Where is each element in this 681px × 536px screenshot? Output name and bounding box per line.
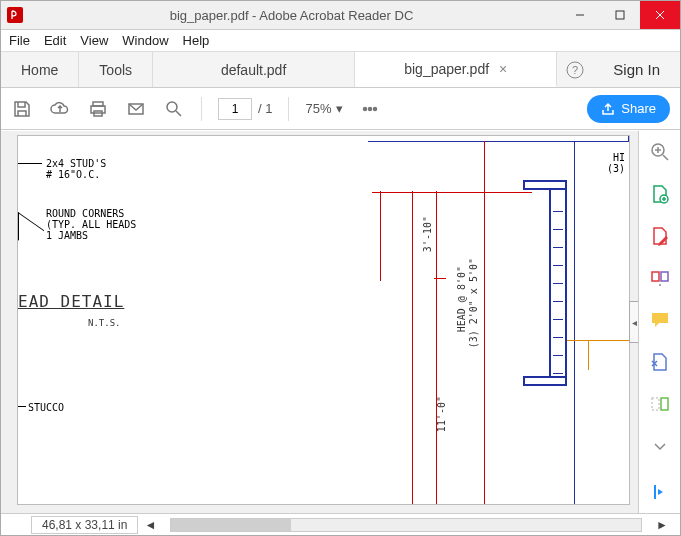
app-icon	[7, 7, 23, 23]
drawing-note-studs: 2x4 STUD'S # 16"O.C.	[46, 158, 106, 180]
window-title: big_paper.pdf - Adobe Acrobat Reader DC	[23, 8, 560, 23]
dim-text-1: 3'-10"	[422, 216, 433, 252]
drawing-note-stucco: STUCCO	[28, 402, 64, 413]
organize-icon[interactable]	[649, 351, 671, 373]
dim-text-2: HEAD @ 8'0"	[456, 266, 467, 332]
right-tool-rail	[638, 131, 680, 513]
divider	[288, 97, 289, 121]
more-tools-icon[interactable]	[649, 435, 671, 457]
window-close-button[interactable]	[640, 1, 680, 29]
comment-icon[interactable]	[649, 309, 671, 331]
plan-line	[368, 141, 629, 142]
window-maximize-button[interactable]	[600, 1, 640, 29]
collapse-panel-button[interactable]: ◂	[629, 301, 638, 343]
tab-document-bigpaper[interactable]: big_paper.pdf ×	[355, 52, 557, 87]
plan-wall	[523, 376, 567, 386]
svg-rect-23	[661, 272, 668, 281]
page-total-label: / 1	[258, 101, 272, 116]
dim-text-3: (3) 2'0" x 5'0"	[468, 258, 479, 348]
tabbar: Home Tools default.pdf big_paper.pdf × ?…	[1, 52, 680, 88]
dim-line	[434, 278, 446, 279]
zoom-control[interactable]: 75% ▾	[305, 101, 342, 116]
svg-rect-1	[616, 11, 624, 19]
help-button[interactable]: ?	[557, 52, 593, 87]
plan-hatch	[553, 194, 563, 374]
drawing-note-corners: ROUND CORNERS (TYP. ALL HEADS 1 JAMBS	[46, 208, 136, 241]
dim-line	[372, 192, 532, 193]
drawing-note-top: HI(3)	[607, 152, 625, 174]
svg-text:?: ?	[572, 64, 578, 76]
menu-file[interactable]: File	[9, 33, 30, 48]
statusbar: 46,81 x 33,11 in ◄ ►	[1, 513, 680, 535]
zoom-tool-icon[interactable]	[649, 141, 671, 163]
plan-wall	[523, 180, 567, 190]
toolbar: / 1 75% ▾ Share	[1, 88, 680, 130]
page-dimensions: 46,81 x 33,11 in	[31, 516, 138, 534]
dim-line	[380, 191, 381, 281]
create-pdf-icon[interactable]	[649, 183, 671, 205]
horizontal-scrollbar[interactable]	[170, 518, 642, 532]
edit-pdf-icon[interactable]	[649, 225, 671, 247]
dim-line	[484, 141, 485, 504]
tab-home[interactable]: Home	[1, 52, 79, 87]
dim-line	[436, 191, 437, 504]
cloud-icon[interactable]	[49, 98, 71, 120]
svg-point-10	[167, 102, 177, 112]
svg-point-13	[368, 107, 371, 110]
more-icon[interactable]	[359, 98, 381, 120]
tab-document-default[interactable]: default.pdf	[153, 52, 355, 87]
document-page: 2x4 STUD'S # 16"O.C. ROUND CORNERS (TYP.…	[17, 135, 630, 505]
leader-line	[18, 212, 44, 258]
svg-rect-7	[91, 106, 105, 113]
svg-rect-22	[652, 272, 659, 281]
share-button[interactable]: Share	[587, 95, 670, 123]
plan-line	[574, 141, 575, 504]
menu-window[interactable]: Window	[122, 33, 168, 48]
menu-help[interactable]: Help	[183, 33, 210, 48]
plan-line	[588, 340, 589, 370]
search-icon[interactable]	[163, 98, 185, 120]
print-icon[interactable]	[87, 98, 109, 120]
dim-text-4: 11'-0"	[436, 396, 447, 432]
tab-close-icon[interactable]: ×	[499, 61, 507, 77]
scroll-left-button[interactable]: ◄	[144, 518, 156, 532]
drawing-title-head-detail: EAD DETAIL N.T.S.	[18, 292, 124, 330]
leader-line	[18, 406, 26, 407]
svg-point-12	[363, 107, 366, 110]
svg-line-11	[176, 111, 181, 116]
mail-icon[interactable]	[125, 98, 147, 120]
scroll-right-button[interactable]: ►	[656, 518, 668, 532]
plan-line	[567, 340, 629, 341]
menu-view[interactable]: View	[80, 33, 108, 48]
combine-icon[interactable]	[649, 393, 671, 415]
export-pdf-icon[interactable]	[649, 267, 671, 289]
page-nav: / 1	[218, 98, 272, 120]
svg-rect-25	[661, 398, 668, 410]
window-minimize-button[interactable]	[560, 1, 600, 29]
window-titlebar: big_paper.pdf - Adobe Acrobat Reader DC	[1, 1, 680, 30]
save-icon[interactable]	[11, 98, 33, 120]
scrollbar-thumb[interactable]	[171, 519, 291, 531]
svg-line-16	[663, 155, 668, 160]
svg-point-14	[373, 107, 376, 110]
sign-in-button[interactable]: Sign In	[593, 52, 680, 87]
menubar: File Edit View Window Help	[1, 30, 680, 52]
page-current-input[interactable]	[218, 98, 252, 120]
divider	[201, 97, 202, 121]
document-viewport[interactable]: 2x4 STUD'S # 16"O.C. ROUND CORNERS (TYP.…	[1, 131, 638, 513]
dim-line	[412, 191, 413, 504]
svg-rect-24	[652, 398, 659, 410]
chevron-down-icon: ▾	[336, 101, 343, 116]
leader-line	[18, 163, 42, 164]
expand-rail-icon[interactable]	[649, 481, 671, 503]
zoom-value: 75%	[305, 101, 331, 116]
menu-edit[interactable]: Edit	[44, 33, 66, 48]
tab-tools[interactable]: Tools	[79, 52, 153, 87]
